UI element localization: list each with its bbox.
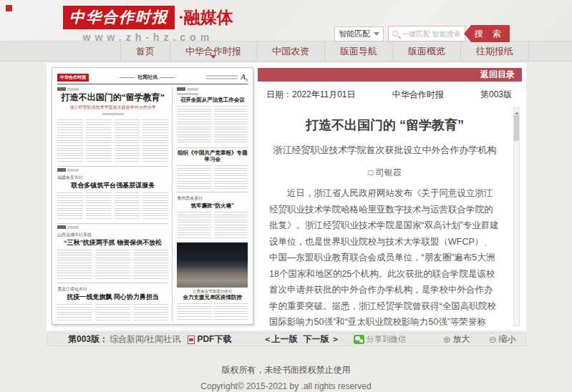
mini-main-subhead: 浙江经贸职业技术学院首次获批中外合作办学 [57, 104, 168, 111]
mini-article-tag [177, 87, 248, 91]
share-wechat-label: 分享到微信 [367, 334, 406, 345]
zoom-out-button[interactable]: ⊖ 缩小 [489, 333, 516, 346]
chevron-down-icon [374, 32, 379, 39]
search-mode-select[interactable]: 智能匹配 [334, 26, 384, 41]
mini-bottom1-text [57, 250, 168, 280]
active-tab-arrow-icon [210, 55, 216, 62]
mini-main-byline [102, 113, 124, 115]
search-button[interactable]: 搜 索 [464, 25, 510, 42]
article-meta-row: 日期：2022年11月01日 中华合作时报 第003版 [258, 82, 522, 104]
search-icon [392, 31, 398, 36]
site-header: 中华合作时报 ·融媒体 www.zh-hz.com 智能匹配 搜 索 [0, 0, 572, 41]
site-footer: 版权所有，未经书面授权禁止使用 Copyright© 2015-2021 by … [0, 364, 572, 391]
share-wechat-button[interactable]: 分享到微信 [352, 334, 406, 345]
zoom-in-label: 放大 [453, 333, 470, 346]
mini-bottom2-text [57, 304, 168, 321]
page-thumbnail-area: 中华合作时报 社闻社讯 A3 打造不出国门的“留学教育” 浙江经贸职业技术学院首… [47, 63, 256, 330]
paper-name: 中华合作时报 [392, 89, 444, 101]
zoom-out-icon: ⊖ [489, 335, 497, 344]
search-input-box [388, 26, 465, 41]
nav-item-page-overview[interactable]: 版面概览 [393, 41, 461, 61]
mini-side2-text [177, 165, 248, 189]
mini-side3-region: 贵州思南县社 [177, 195, 248, 202]
mini-mid-headline: 联合多镇筑平台强基层谋服务 [57, 182, 168, 190]
page-number: 第003版 [480, 89, 512, 101]
article-panel: 返回目录 日期：2022年11月01日 中华合作时报 第003版 打造不出国门的… [256, 63, 526, 330]
nav-item-home[interactable]: 首页 [120, 41, 170, 61]
mini-bottom1-region: 山西运城市社系统 [57, 232, 168, 238]
article-paragraph: 近日，浙江省人民政府网站发布《关于同意设立浙江经贸职业技术学院哈格哈里亚数字技术… [269, 185, 500, 330]
search-bar: 智能匹配 搜 索 [334, 25, 510, 42]
zoom-in-icon: ⊕ [443, 335, 451, 344]
nav-item-page-nav[interactable]: 版面导航 [325, 41, 393, 61]
back-to-toc-label: 返回目录 [480, 69, 515, 81]
mini-page-marker: A3 [241, 72, 248, 82]
nav-item-paper[interactable]: 中华合作时报 [170, 41, 257, 61]
logo-text: 中华合作时报 [63, 6, 175, 29]
mini-bottom1-headline: “三秋”抗疫两手抓 物资保供不放松 [57, 239, 168, 248]
mini-side1-region [177, 93, 198, 95]
prev-page-button[interactable]: ＜上一版 [263, 333, 297, 346]
next-page-button[interactable]: 下一版 ＞ [303, 333, 339, 346]
mini-photo-text [177, 303, 248, 321]
mini-masthead-row: 中华合作时报 社闻社讯 A3 [57, 72, 248, 84]
article-title: 打造不出国门的 “留学教育” [269, 117, 500, 134]
mini-page-info: A3 [206, 72, 248, 82]
mini-side1-headline: 召开全面从严治党工作会议 [177, 97, 248, 104]
mini-bottom2-headline: 抗疫一线党旗飘 同心协力勇担当 [57, 293, 168, 302]
wechat-icon [354, 335, 364, 344]
mini-article-tag [57, 225, 168, 229]
mini-left-column: 打造不出国门的“留学教育” 浙江经贸职业技术学院首次获批中外合作办学 福建南安市… [57, 87, 173, 321]
zoom-in-button[interactable]: ⊕ 放大 [443, 333, 470, 346]
search-input[interactable] [402, 30, 461, 38]
mini-photo-region: 江苏南京市雨花台区社 [177, 289, 248, 294]
mini-section-label: 社闻社讯 [120, 74, 175, 81]
mini-mid-region: 福建南安市社 [57, 175, 168, 181]
mini-main-text [57, 119, 168, 163]
article-byline: □ 司银霞 [269, 167, 500, 179]
main-nav: 首页 中华合作时报 中国农资 版面导航 版面概览 往期报纸 [0, 41, 572, 62]
mini-side3-headline: 筑牢廉政“防火墙” [177, 202, 248, 210]
mini-page-body: 打造不出国门的“留学教育” 浙江经贸职业技术学院首次获批中外合作办学 福建南安市… [57, 87, 248, 321]
zoom-controls: ⊕ 放大 ⊖ 缩小 [443, 333, 516, 346]
corner-mark [6, 5, 12, 11]
mini-masthead: 中华合作时报 [57, 74, 89, 82]
article-subtitle: 浙江经贸职业技术学院首次获批设立中外合作办学机构 [269, 144, 500, 157]
zoom-out-label: 缩小 [499, 333, 516, 346]
article-content: 打造不出国门的 “留学教育” 浙江经贸职业技术学院首次获批设立中外合作办学机构 … [258, 104, 522, 330]
page-toolbar: 第003版： 综合新闻/社闻社讯 PDF下载 ＜上一版 下一版 ＞ 分享到微信 … [47, 333, 526, 346]
copyright-line2: Copyright© 2015-2021 by .all rights rese… [0, 381, 572, 391]
mini-dateline [206, 75, 238, 79]
search-mode-value: 智能匹配 [339, 29, 370, 39]
mini-article-tag [57, 168, 168, 172]
mini-mid-text [57, 192, 168, 220]
nav-item-nongzi[interactable]: 中国农资 [257, 41, 325, 61]
mini-side1-text [177, 106, 248, 144]
mini-article-tag [57, 87, 168, 91]
mini-side2-headline: 组织《中国共产党章程》专题学习会 [177, 150, 248, 164]
mini-right-column: 召开全面从严治党工作会议 组织《中国共产党章程》专题学习会 贵州思南县社 筑牢廉… [177, 87, 248, 321]
mini-main-headline: 打造不出国门的“留学教育” [57, 92, 168, 103]
copyright-line1: 版权所有，未经书面授权禁止使用 [0, 364, 572, 376]
site-logo[interactable]: 中华合作时报 ·融媒体 www.zh-hz.com [63, 6, 233, 43]
issue-date: 日期：2022年11月01日 [266, 89, 356, 101]
scrollbar-up-icon [515, 109, 519, 114]
article-scrollbar[interactable] [513, 107, 520, 326]
logo-suffix: ·融媒体 [178, 6, 233, 29]
pdf-download-button[interactable]: PDF下载 [197, 333, 231, 346]
scrollbar-thumb[interactable] [514, 115, 519, 141]
back-to-toc-bar[interactable]: 返回目录 [258, 68, 522, 82]
toolbar-section-label: 综合新闻/社闻社讯 [110, 333, 180, 346]
main-content: 中华合作时报 社闻社讯 A3 打造不出国门的“留学教育” 浙江经贸职业技术学院首… [47, 63, 526, 330]
toolbar-page-label: 第003版： [68, 333, 108, 346]
newspaper-page-thumbnail[interactable]: 中华合作时报 社闻社讯 A3 打造不出国门的“留学教育” 浙江经贸职业技术学院首… [52, 67, 253, 325]
mini-photo-headline: 全力支援兄弟区疫情防控 [177, 294, 248, 301]
mini-side3-text [177, 212, 248, 240]
mini-bottom2-region: 黑龙江绥化市社 [57, 286, 168, 293]
nav-item-past-issues[interactable]: 往期报纸 [461, 41, 529, 61]
mini-news-photo [177, 242, 248, 288]
pdf-icon [188, 335, 195, 344]
